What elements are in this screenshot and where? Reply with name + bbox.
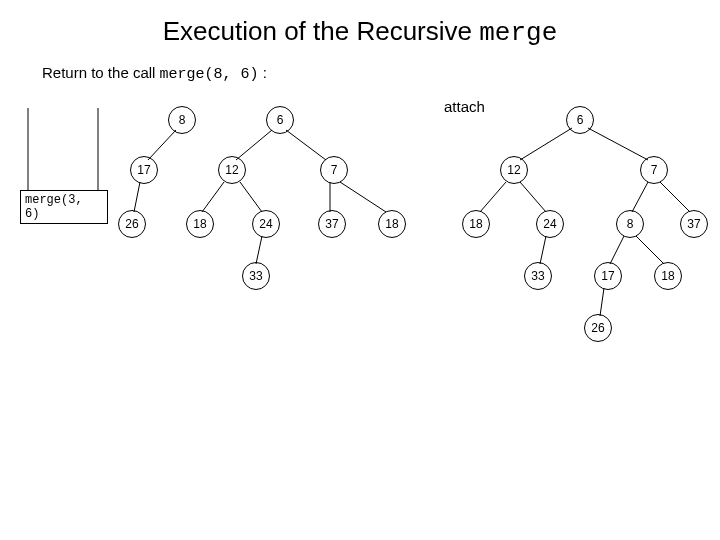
title-text: Execution of the Recursive — [163, 16, 480, 46]
right-node-6: 6 — [566, 106, 594, 134]
callstack-frame: merge(3, 6) — [20, 190, 108, 224]
svg-line-13 — [480, 182, 506, 212]
attach-label: attach — [444, 98, 485, 115]
svg-line-9 — [340, 182, 386, 212]
left-node-7: 7 — [320, 156, 348, 184]
right-node-18: 18 — [462, 210, 490, 238]
svg-line-3 — [236, 130, 272, 160]
right-node-12: 12 — [500, 156, 528, 184]
svg-line-2 — [148, 130, 176, 160]
subtitle-mono: merge(8, 6) — [160, 66, 259, 83]
right-node-17: 17 — [594, 262, 622, 290]
svg-line-14 — [520, 182, 546, 212]
svg-line-19 — [636, 236, 664, 264]
left-node-33: 33 — [242, 262, 270, 290]
svg-line-10 — [256, 236, 262, 264]
svg-line-17 — [540, 236, 546, 264]
left-node-18: 18 — [186, 210, 214, 238]
svg-line-11 — [520, 128, 572, 160]
left-node-12: 12 — [218, 156, 246, 184]
svg-line-15 — [632, 182, 648, 212]
left-node-26: 26 — [118, 210, 146, 238]
svg-line-18 — [610, 236, 624, 264]
page-title: Execution of the Recursive merge — [0, 0, 720, 48]
subtitle-prefix: Return to the call — [42, 64, 160, 81]
left-node-18b: 18 — [378, 210, 406, 238]
svg-line-12 — [588, 128, 648, 160]
left-node-6: 6 — [266, 106, 294, 134]
svg-line-7 — [240, 182, 262, 212]
callstack-text: merge(3, 6) — [25, 193, 83, 221]
right-node-24: 24 — [536, 210, 564, 238]
svg-line-16 — [660, 182, 690, 212]
subtitle-suffix: : — [259, 64, 267, 81]
svg-line-6 — [202, 182, 224, 212]
svg-line-5 — [134, 182, 140, 212]
right-node-37: 37 — [680, 210, 708, 238]
right-node-7: 7 — [640, 156, 668, 184]
right-node-33: 33 — [524, 262, 552, 290]
subtitle: Return to the call merge(8, 6) : — [42, 64, 720, 83]
left-node-8: 8 — [168, 106, 196, 134]
right-node-26: 26 — [584, 314, 612, 342]
left-node-37: 37 — [318, 210, 346, 238]
left-node-24: 24 — [252, 210, 280, 238]
title-mono: merge — [479, 18, 557, 48]
left-node-17: 17 — [130, 156, 158, 184]
right-node-18b: 18 — [654, 262, 682, 290]
svg-line-20 — [600, 288, 604, 316]
right-node-8: 8 — [616, 210, 644, 238]
svg-line-4 — [286, 130, 326, 160]
